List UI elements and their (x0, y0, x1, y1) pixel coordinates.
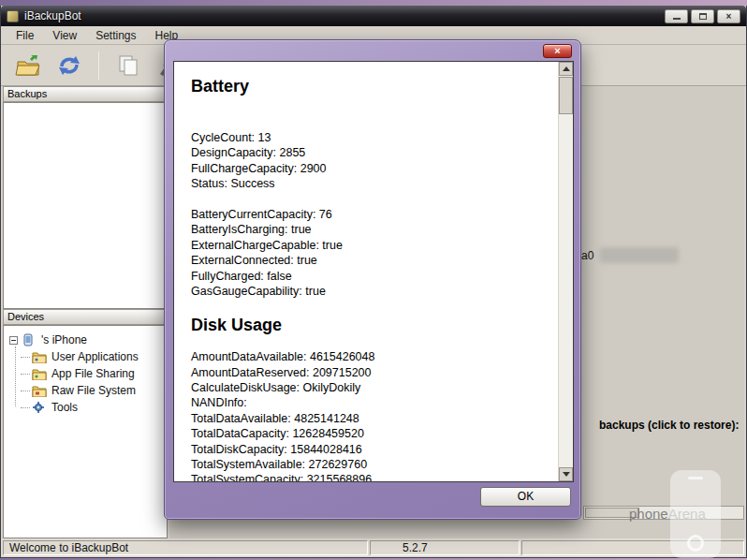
minimize-button[interactable] (665, 9, 688, 23)
tree-connector (21, 391, 30, 391)
backups-panel-header: Backups (3, 86, 168, 102)
restore-hint-text: backups (click to restore): (599, 419, 739, 432)
devices-panel-header: Devices (3, 309, 168, 325)
backups-panel-label: Backups (7, 88, 47, 99)
info-dialog: × Battery CycleCount: 13DesignCapacity: … (164, 39, 581, 520)
close-button[interactable]: × (717, 9, 740, 23)
tree-item-label: App File Sharing (51, 367, 135, 380)
close-icon: × (554, 45, 560, 56)
tree-item-label: Raw File System (51, 384, 136, 397)
tree-item-iphone[interactable]: 's iPhone (4, 332, 167, 348)
open-folder-icon (15, 53, 41, 78)
menu-settings[interactable]: Settings (86, 27, 145, 44)
folder-icon (32, 384, 48, 398)
iphone-device-icon (22, 333, 37, 347)
watermark-home-button (687, 535, 704, 552)
close-icon: × (726, 11, 732, 22)
devices-panel-label: Devices (7, 311, 44, 322)
devices-tree-area: 's iPhone User Applications App File Sha… (3, 325, 168, 538)
title-bar: iBackupBot × (1, 6, 746, 26)
tree-item-app-file-sharing[interactable]: App File Sharing (4, 365, 167, 382)
tree-item-label: 's iPhone (41, 333, 87, 346)
info-line: GasGaugeCapability: true (191, 284, 549, 299)
info-line: Status: Success (191, 176, 549, 191)
tree-guide-line (15, 346, 16, 406)
info-line: TotalSystemCapacity: 3215568896 (191, 472, 549, 482)
scroll-down-button[interactable] (559, 467, 573, 481)
copy-icon (116, 53, 140, 78)
info-line: ExternalConnected: true (191, 253, 549, 268)
info-line (191, 192, 549, 207)
info-line: AmountDataAvailable: 4615426048 (191, 349, 549, 364)
disk-usage-lines: AmountDataAvailable: 4615426048AmountDat… (191, 349, 549, 482)
battery-section: Battery CycleCount: 13DesignCapacity: 28… (191, 77, 549, 299)
info-line: CalculateDiskUsage: OkilyDokily (191, 380, 549, 395)
status-bar: Welcome to iBackupBot 5.2.7 (1, 538, 746, 557)
scrollbar-thumb[interactable] (559, 77, 573, 114)
folder-icon (32, 367, 48, 381)
battery-lines: CycleCount: 13DesignCapacity: 2855FullCh… (191, 130, 549, 299)
menu-view[interactable]: View (43, 27, 86, 44)
section-heading: Disk Usage (191, 316, 549, 335)
tree-item-raw-file-system[interactable]: Raw File System (4, 382, 167, 399)
info-line: TotalDataAvailable: 4825141248 (191, 411, 549, 426)
info-line: CycleCount: 13 (191, 130, 549, 145)
ok-button[interactable]: OK (480, 487, 571, 507)
minimize-icon (673, 18, 681, 20)
scroll-up-button[interactable] (559, 62, 573, 76)
watermark-speaker (688, 477, 703, 479)
tree-item-tools[interactable]: Tools (4, 399, 167, 416)
dialog-text: Battery CycleCount: 13DesignCapacity: 28… (174, 62, 557, 481)
info-line: TotalSystemAvailable: 272629760 (191, 457, 549, 472)
folder-icon (32, 350, 48, 364)
info-line: BatteryCurrentCapacity: 76 (191, 207, 549, 222)
refresh-button[interactable] (53, 50, 85, 81)
open-button[interactable] (12, 50, 44, 81)
menu-file[interactable]: File (7, 27, 43, 44)
info-line: DesignCapacity: 2855 (191, 145, 549, 160)
status-message: Welcome to iBackupBot (3, 540, 368, 555)
tree-item-label: Tools (51, 401, 78, 414)
arrow-down-icon (563, 472, 570, 477)
backups-list[interactable] (3, 102, 168, 309)
copy-button[interactable] (112, 50, 144, 81)
section-heading: Battery (191, 77, 549, 96)
dialog-close-button[interactable]: × (543, 44, 572, 58)
info-line: TotalDiskCapacity: 15844028416 (191, 442, 549, 457)
app-icon (7, 10, 19, 22)
info-line: TotalDataCapacity: 12628459520 (191, 426, 549, 441)
info-line: AmountDataReserved: 209715200 (191, 365, 549, 380)
info-line: FullyCharged: false (191, 269, 549, 284)
device-serial-fragment: a0 (581, 249, 593, 262)
tree-connector (21, 407, 30, 408)
refresh-icon (57, 53, 81, 78)
toolbar-separator (98, 52, 99, 80)
info-line: FullChargeCapacity: 2900 (191, 161, 549, 176)
info-line: ExternalChargeCapable: true (191, 238, 549, 253)
disk-usage-section: Disk Usage AmountDataAvailable: 46154260… (191, 316, 549, 482)
maximize-button[interactable] (691, 9, 714, 23)
tree-connector (21, 357, 30, 358)
status-version: 5.2.7 (370, 540, 520, 555)
device-tree: 's iPhone User Applications App File Sha… (4, 332, 167, 416)
window-title: iBackupBot (24, 9, 81, 22)
watermark-text: phoneArena (629, 506, 706, 522)
dialog-scrollbar[interactable] (558, 62, 573, 481)
info-line: NANDInfo: (191, 395, 549, 410)
collapse-icon[interactable] (9, 336, 18, 345)
redacted-serial-blur (600, 247, 679, 263)
arrow-up-icon (563, 66, 570, 71)
dialog-content: Battery CycleCount: 13DesignCapacity: 28… (173, 61, 574, 482)
tree-connector (21, 374, 30, 375)
tree-item-user-applications[interactable]: User Applications (4, 348, 167, 365)
maximize-icon (699, 13, 707, 20)
info-line: BatteryIsCharging: true (191, 222, 549, 237)
tree-item-label: User Applications (51, 350, 139, 363)
tools-icon (32, 401, 48, 415)
